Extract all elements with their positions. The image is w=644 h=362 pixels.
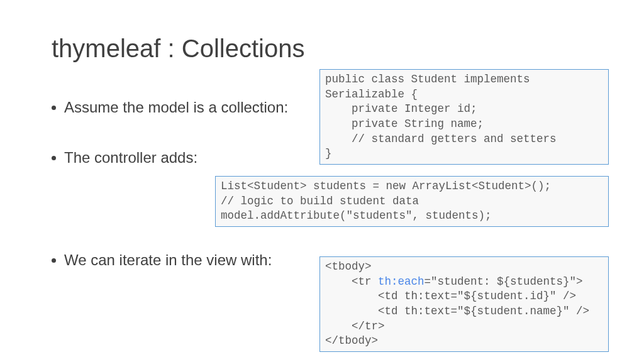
bullet-dot-icon	[52, 106, 56, 110]
bullet-item: The controller adds:	[52, 148, 288, 168]
bullet-dot-icon	[52, 258, 56, 263]
bullet-text: The controller adds:	[64, 148, 197, 168]
code-keyword: th:each	[378, 275, 425, 288]
code-block-student-class: public class Student implements Serializ…	[319, 69, 609, 165]
slide-title: thymeleaf : Collections	[52, 35, 304, 63]
code-block-view-template: <tbody> <tr th:each="student: ${students…	[319, 256, 609, 352]
bullet-text: We can iterate in the view with:	[64, 250, 272, 270]
bullet-item: Assume the model is a collection:	[52, 97, 288, 118]
bullet-dot-icon	[52, 156, 56, 160]
code-text: <tbody> <tr	[325, 260, 378, 288]
bullet-item: We can iterate in the view with:	[52, 250, 288, 270]
bullet-text: Assume the model is a collection:	[64, 97, 288, 118]
code-block-controller: List<Student> students = new ArrayList<S…	[215, 176, 609, 227]
